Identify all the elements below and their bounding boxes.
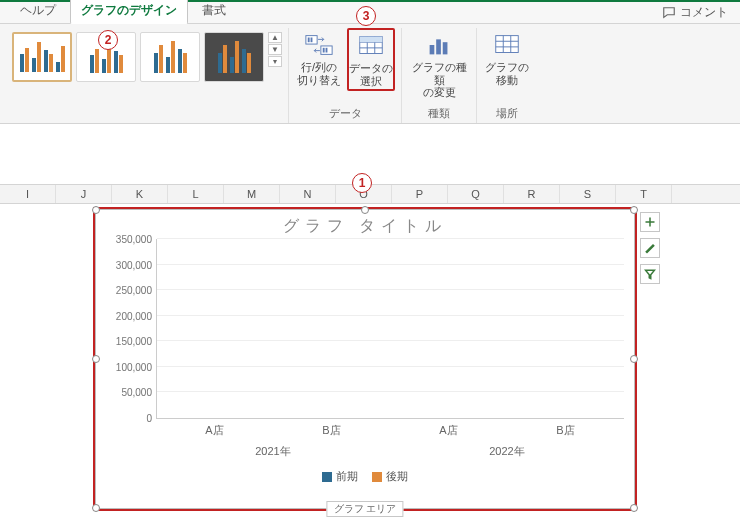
svg-rect-5 bbox=[326, 48, 328, 53]
group-label-location: 場所 bbox=[496, 103, 518, 123]
cat-label: B店 bbox=[507, 419, 624, 442]
cat-label: B店 bbox=[273, 419, 390, 442]
style-thumb-4[interactable] bbox=[204, 32, 264, 82]
move-chart-label: グラフの 移動 bbox=[485, 61, 529, 86]
chart-area-label: グラフ エリア bbox=[327, 501, 404, 517]
col-h[interactable]: P bbox=[392, 185, 448, 203]
tab-help[interactable]: ヘルプ bbox=[10, 0, 66, 23]
switch-row-col-button[interactable]: 行/列の 切り替え bbox=[295, 28, 343, 89]
category-axis: A店 B店 2021年 A店 B店 2022年 bbox=[156, 419, 624, 463]
chart-filter-button[interactable] bbox=[640, 264, 660, 284]
legend-label: 前期 bbox=[336, 470, 358, 482]
ribbon-group-location: グラフの 移動 場所 bbox=[477, 28, 537, 123]
y-tick: 50,000 bbox=[102, 387, 152, 398]
chart-title[interactable]: グラフ タイトル bbox=[96, 210, 634, 239]
svg-rect-15 bbox=[496, 36, 519, 53]
chart-style-gallery[interactable]: ▲ ▼ ▾ bbox=[12, 32, 282, 82]
ribbon-group-type: グラフの種類 の変更 種類 bbox=[402, 28, 477, 123]
callout-3: 3 bbox=[356, 6, 376, 26]
gallery-down-icon[interactable]: ▼ bbox=[268, 44, 282, 55]
col-h[interactable]: R bbox=[504, 185, 560, 203]
change-type-icon bbox=[424, 31, 454, 59]
svg-rect-1 bbox=[308, 38, 310, 43]
comments-button[interactable]: コメント bbox=[658, 2, 732, 23]
col-h[interactable]: K bbox=[112, 185, 168, 203]
legend-swatch-kouki bbox=[372, 472, 382, 482]
move-chart-icon bbox=[492, 31, 522, 59]
chart-object[interactable]: グラフ タイトル 0 50,000 100,000 150,000 200,00… bbox=[95, 209, 635, 509]
brush-icon bbox=[644, 242, 656, 254]
plot-area[interactable]: 0 50,000 100,000 150,000 200,000 250,000… bbox=[156, 239, 624, 419]
svg-rect-12 bbox=[430, 45, 435, 54]
ribbon-group-data: 行/列の 切り替え データの 選択 データ bbox=[289, 28, 402, 123]
cat-parent-label: 2021年 bbox=[156, 442, 390, 463]
y-tick: 350,000 bbox=[102, 234, 152, 245]
resize-handle[interactable] bbox=[361, 206, 369, 214]
switch-rowcol-label: 行/列の 切り替え bbox=[297, 61, 341, 86]
resize-handle[interactable] bbox=[92, 355, 100, 363]
cat-label: A店 bbox=[390, 419, 507, 442]
col-h[interactable]: Q bbox=[448, 185, 504, 203]
spreadsheet-area: I J K L M N O P Q R S T 1 /* rows drawn … bbox=[0, 184, 740, 524]
cat-parent-label: 2022年 bbox=[390, 442, 624, 463]
y-tick: 250,000 bbox=[102, 285, 152, 296]
change-chart-type-button[interactable]: グラフの種類 の変更 bbox=[408, 28, 470, 102]
y-tick: 0 bbox=[102, 413, 152, 424]
move-chart-button[interactable]: グラフの 移動 bbox=[483, 28, 531, 89]
y-tick: 200,000 bbox=[102, 310, 152, 321]
resize-handle[interactable] bbox=[630, 504, 638, 512]
gallery-up-icon[interactable]: ▲ bbox=[268, 32, 282, 43]
switch-rowcol-icon bbox=[304, 31, 334, 59]
col-h[interactable]: J bbox=[56, 185, 112, 203]
col-h[interactable]: I bbox=[0, 185, 56, 203]
callout-2: 2 bbox=[98, 30, 118, 50]
legend-label: 後期 bbox=[386, 470, 408, 482]
comments-label: コメント bbox=[680, 4, 728, 21]
grid[interactable]: /* rows drawn via CSS repeats below woul… bbox=[0, 204, 740, 524]
callout-1: 1 bbox=[352, 173, 372, 193]
group-label-data: データ bbox=[329, 103, 362, 123]
col-h[interactable]: M bbox=[224, 185, 280, 203]
bars bbox=[157, 239, 624, 418]
style-thumb-3[interactable] bbox=[140, 32, 200, 82]
y-tick: 300,000 bbox=[102, 259, 152, 270]
resize-handle[interactable] bbox=[630, 355, 638, 363]
col-h[interactable]: S bbox=[560, 185, 616, 203]
plus-icon bbox=[644, 216, 656, 228]
comment-icon bbox=[662, 6, 676, 20]
gallery-expand-icon[interactable]: ▾ bbox=[268, 56, 282, 67]
legend[interactable]: 前期 後期 bbox=[96, 463, 634, 490]
select-data-icon bbox=[356, 32, 386, 60]
resize-handle[interactable] bbox=[92, 504, 100, 512]
col-h[interactable]: T bbox=[616, 185, 672, 203]
col-h[interactable]: L bbox=[168, 185, 224, 203]
group-label-type: 種類 bbox=[428, 103, 450, 123]
tab-format[interactable]: 書式 bbox=[192, 0, 236, 23]
style-gallery-scroll[interactable]: ▲ ▼ ▾ bbox=[268, 32, 282, 67]
resize-handle[interactable] bbox=[630, 206, 638, 214]
chart-styles-button[interactable] bbox=[640, 238, 660, 258]
y-tick: 100,000 bbox=[102, 361, 152, 372]
change-type-label: グラフの種類 の変更 bbox=[409, 61, 469, 99]
style-thumb-1[interactable] bbox=[12, 32, 72, 82]
col-h[interactable]: N bbox=[280, 185, 336, 203]
svg-rect-13 bbox=[436, 39, 441, 54]
tab-chart-design[interactable]: グラフのデザイン bbox=[70, 0, 188, 24]
select-data-button[interactable]: データの 選択 bbox=[347, 28, 395, 91]
svg-rect-2 bbox=[311, 38, 313, 43]
svg-rect-14 bbox=[443, 42, 448, 54]
svg-rect-4 bbox=[323, 48, 325, 53]
legend-swatch-zenki bbox=[322, 472, 332, 482]
y-axis: 0 50,000 100,000 150,000 200,000 250,000… bbox=[102, 239, 152, 418]
select-data-label: データの 選択 bbox=[349, 62, 393, 87]
chart-elements-button[interactable] bbox=[640, 212, 660, 232]
y-tick: 150,000 bbox=[102, 336, 152, 347]
cat-label: A店 bbox=[156, 419, 273, 442]
svg-rect-11 bbox=[360, 37, 383, 43]
funnel-icon bbox=[644, 268, 656, 280]
resize-handle[interactable] bbox=[92, 206, 100, 214]
